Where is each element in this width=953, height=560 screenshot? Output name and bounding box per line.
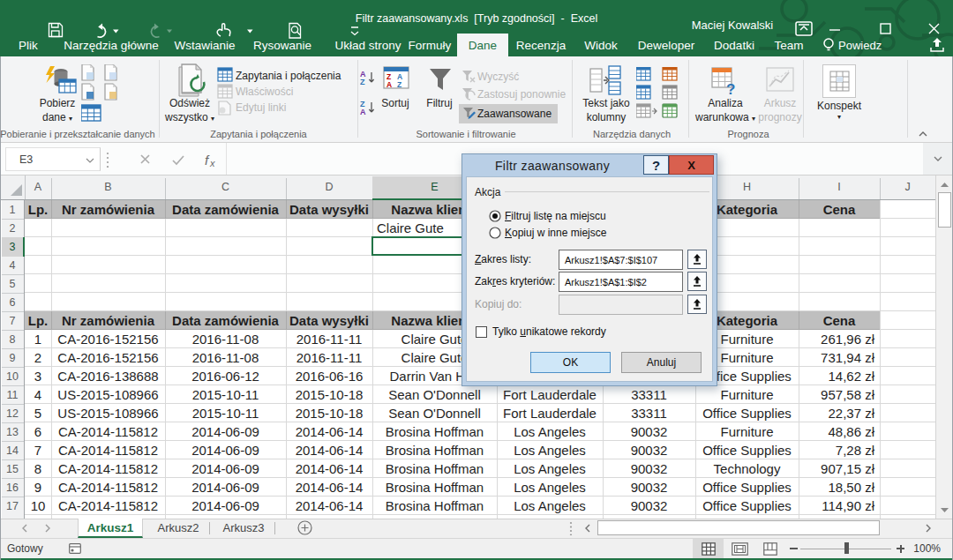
svg-text:x: x (209, 158, 215, 168)
svg-text:A: A (360, 108, 366, 116)
svg-text:A: A (386, 80, 392, 89)
svg-text:Z: Z (360, 78, 365, 86)
svg-text:Z: Z (397, 80, 401, 89)
svg-text:?: ? (726, 81, 735, 95)
